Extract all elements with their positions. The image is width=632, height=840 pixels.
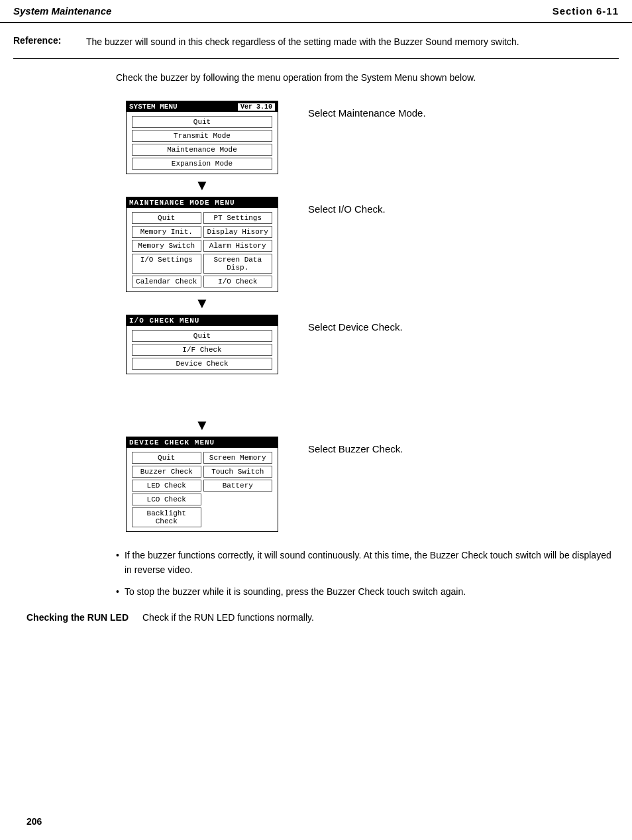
mm-io-settings-btn[interactable]: I/O Settings (132, 254, 201, 274)
page-header: System Maintenance Section 6-11 (0, 0, 632, 23)
mm-quit-btn[interactable]: Quit (132, 212, 201, 224)
arrow-3-icon: ▼ (116, 414, 288, 437)
dc-empty-1 (203, 494, 273, 505)
bullet-dot-2: • (116, 584, 119, 599)
step-2-menu-col: MAINTENANCE MODE MENU Quit PT Settings M… (116, 197, 288, 292)
checking-label: Checking the RUN LED (26, 612, 142, 623)
mm-pt-settings-btn[interactable]: PT Settings (203, 212, 273, 224)
quit-btn[interactable]: Quit (132, 116, 272, 128)
device-check-menu-box: DEVICE CHECK MENU Quit Screen Memory Buz… (126, 437, 278, 532)
dc-battery-btn[interactable]: Battery (203, 480, 273, 492)
reference-block: Reference: The buzzer will sound in this… (13, 35, 619, 59)
system-menu-title: SYSTEM MENU Ver 3.10 (127, 101, 278, 112)
step-3-menu-col: I/O CHECK MENU Quit I/F Check Device Che… (116, 315, 288, 374)
reference-label: Reference: (13, 35, 86, 49)
page-number: 206 (26, 816, 42, 827)
checking-text: Check if the RUN LED functions normally. (142, 612, 314, 623)
dc-backlight-check-btn[interactable]: Backlight Check (132, 507, 201, 527)
step-1: SYSTEM MENU Ver 3.10 Quit Transmit Mode … (116, 101, 619, 174)
header-title: System Maintenance (13, 5, 111, 17)
step-2-annotation: Select I/O Check. (288, 197, 619, 215)
dc-led-check-btn[interactable]: LED Check (132, 480, 201, 492)
arrow-1-icon: ▼ (116, 174, 288, 197)
mm-display-history-btn[interactable]: Display Hisory (203, 226, 273, 238)
steps-container: SYSTEM MENU Ver 3.10 Quit Transmit Mode … (116, 101, 619, 532)
bullet-text-2: To stop the buzzer while it is sounding,… (125, 584, 466, 599)
io-quit-btn[interactable]: Quit (132, 330, 272, 342)
io-device-check-btn[interactable]: Device Check (132, 358, 272, 370)
expansion-mode-btn[interactable]: Expansion Mode (132, 158, 272, 170)
bullet-text-1: If the buzzer functions correctly, it wi… (125, 548, 619, 578)
arrow-2: ▼ (116, 292, 619, 315)
arrow-2-icon: ▼ (116, 292, 288, 315)
step-2: MAINTENANCE MODE MENU Quit PT Settings M… (116, 197, 619, 292)
dc-empty-2 (203, 507, 273, 527)
device-check-menu-body: Quit Screen Memory Buzzer Check Touch Sw… (127, 448, 278, 531)
io-if-check-btn[interactable]: I/F Check (132, 344, 272, 356)
bullet-2: • To stop the buzzer while it is soundin… (116, 584, 619, 599)
step-1-annotation: Select Maintenance Mode. (288, 101, 619, 119)
transmit-mode-btn[interactable]: Transmit Mode (132, 130, 272, 142)
maintenance-menu-box: MAINTENANCE MODE MENU Quit PT Settings M… (126, 197, 278, 292)
dc-lco-check-btn[interactable]: LCO Check (132, 494, 201, 505)
io-check-menu-title: I/O CHECK MENU (127, 315, 278, 326)
bullet-dot-1: • (116, 548, 119, 578)
step-1-menu-col: SYSTEM MENU Ver 3.10 Quit Transmit Mode … (116, 101, 288, 174)
bullet-1: • If the buzzer functions correctly, it … (116, 548, 619, 578)
device-check-menu-title: DEVICE CHECK MENU (127, 437, 278, 448)
bullets-section: • If the buzzer functions correctly, it … (116, 548, 619, 599)
step-3: I/O CHECK MENU Quit I/F Check Device Che… (116, 315, 619, 374)
reference-text: The buzzer will sound in this check rega… (86, 35, 519, 49)
arrow-1: ▼ (116, 174, 619, 197)
io-check-menu-body: Quit I/F Check Device Check (127, 326, 278, 374)
mm-memory-switch-btn[interactable]: Memory Switch (132, 240, 201, 252)
dc-quit-btn[interactable]: Quit (132, 452, 201, 464)
dc-screen-memory-btn[interactable]: Screen Memory (203, 452, 273, 464)
step-4-menu-col: DEVICE CHECK MENU Quit Screen Memory Buz… (116, 437, 288, 532)
arrow-3: ▼ (116, 414, 619, 437)
maintenance-mode-btn[interactable]: Maintenance Mode (132, 144, 272, 156)
io-check-menu-box: I/O CHECK MENU Quit I/F Check Device Che… (126, 315, 278, 374)
mm-io-check-btn[interactable]: I/O Check (203, 276, 273, 288)
header-section: Section 6-11 (553, 5, 619, 17)
system-menu-body: Quit Transmit Mode Maintenance Mode Expa… (127, 112, 278, 174)
main-content: Reference: The buzzer will sound in this… (0, 35, 632, 636)
mm-memory-init-btn[interactable]: Memory Init. (132, 226, 201, 238)
step-3-annotation: Select Device Check. (288, 315, 619, 333)
intro-text: Check the buzzer by following the menu o… (116, 71, 619, 85)
step-4-annotation: Select Buzzer Check. (288, 437, 619, 454)
maintenance-menu-title: MAINTENANCE MODE MENU (127, 197, 278, 208)
system-menu-box: SYSTEM MENU Ver 3.10 Quit Transmit Mode … (126, 101, 278, 174)
step-4: DEVICE CHECK MENU Quit Screen Memory Buz… (116, 437, 619, 532)
dc-touch-switch-btn[interactable]: Touch Switch (203, 466, 273, 478)
checking-section: Checking the RUN LED Check if the RUN LE… (26, 612, 619, 623)
mm-alarm-history-btn[interactable]: Alarm History (203, 240, 273, 252)
spacer (116, 374, 619, 414)
mm-screen-data-btn[interactable]: Screen Data Disp. (203, 254, 273, 274)
mm-calendar-check-btn[interactable]: Calendar Check (132, 276, 201, 288)
maintenance-menu-body: Quit PT Settings Memory Init. Display Hi… (127, 208, 278, 291)
dc-buzzer-check-btn[interactable]: Buzzer Check (132, 466, 201, 478)
